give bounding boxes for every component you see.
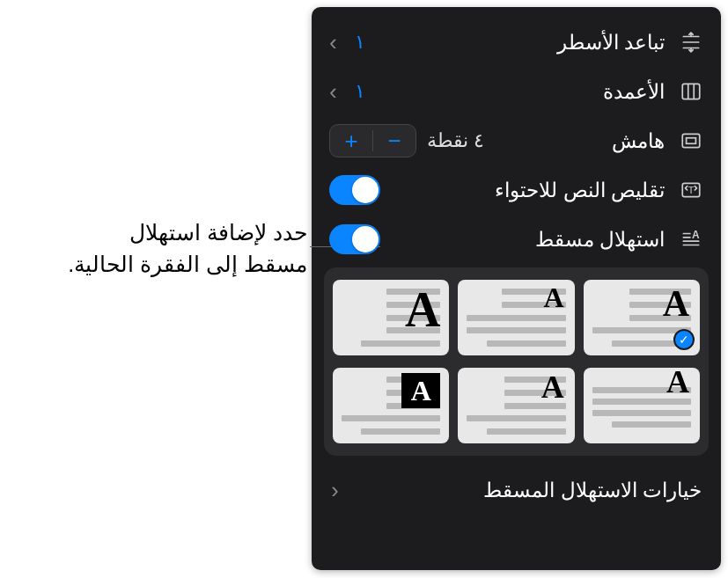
line-spacing-icon (679, 31, 703, 54)
columns-icon (679, 80, 703, 103)
drop-cap-style-3[interactable]: A (333, 280, 449, 355)
drop-cap-style-grid: A ✓ A A A A A (324, 267, 709, 456)
margin-increase-button[interactable]: + (330, 125, 372, 157)
chevron-left-icon: › (331, 477, 339, 504)
columns-label: الأعمدة (603, 80, 665, 104)
margin-value: ٤ نقطة (427, 129, 484, 152)
shrink-text-label: تقليص النص للاحتواء (495, 179, 665, 202)
drop-cap-icon: A (679, 228, 703, 251)
margin-row: هامش + − ٤ نقطة (312, 116, 721, 165)
cap-letter: A (405, 285, 440, 334)
line-spacing-row[interactable]: تباعد الأسطر › ١ (312, 18, 721, 67)
margin-stepper: + − (329, 124, 416, 157)
cap-letter: A (541, 371, 564, 403)
drop-cap-toggle[interactable] (329, 224, 380, 254)
callout-line-1: حدد لإضافة استهلال (68, 216, 307, 248)
columns-row[interactable]: الأعمدة › ١ (312, 67, 721, 116)
line-spacing-label: تباعد الأسطر (557, 31, 665, 55)
callout-text: حدد لإضافة استهلال مسقط إلى الفقرة الحال… (68, 216, 307, 281)
chevron-left-icon: › (329, 29, 337, 56)
drop-cap-label: استهلال مسقط (535, 228, 665, 252)
callout-line-2: مسقط إلى الفقرة الحالية. (68, 248, 307, 280)
svg-text:A: A (692, 229, 700, 241)
chevron-left-icon: › (329, 78, 337, 106)
svg-rect-0 (682, 84, 700, 99)
shrink-text-toggle[interactable] (329, 175, 380, 205)
drop-cap-options-row[interactable]: خيارات الاستهلال المسقط › (312, 465, 721, 516)
columns-value: ١ (355, 80, 365, 103)
margin-decrease-button[interactable]: − (373, 125, 415, 157)
drop-cap-options-label: خيارات الاستهلال المسقط (483, 479, 702, 502)
cap-letter-box: A (401, 373, 440, 408)
drop-cap-style-4[interactable]: A (584, 368, 700, 443)
shrink-text-icon: T (679, 179, 703, 201)
drop-cap-row: A استهلال مسقط (312, 215, 721, 264)
drop-cap-style-1[interactable]: A ✓ (584, 280, 700, 355)
drop-cap-style-2[interactable]: A (458, 280, 574, 355)
text-format-panel: تباعد الأسطر › ١ الأعمدة › ١ هامش (312, 7, 721, 570)
cap-letter: A (544, 283, 564, 311)
drop-cap-style-6[interactable]: A (333, 368, 449, 443)
selected-check-icon: ✓ (673, 329, 695, 350)
svg-rect-1 (682, 134, 700, 147)
shrink-text-row: T تقليص النص للاحتواء (312, 165, 721, 215)
cap-letter: A (663, 285, 689, 322)
drop-cap-style-5[interactable]: A (458, 368, 574, 443)
svg-rect-2 (687, 138, 696, 144)
margin-icon (679, 129, 703, 152)
svg-text:T: T (688, 185, 695, 195)
cap-letter: A (666, 368, 689, 398)
line-spacing-value: ١ (355, 31, 365, 54)
margin-label: هامش (612, 129, 665, 153)
